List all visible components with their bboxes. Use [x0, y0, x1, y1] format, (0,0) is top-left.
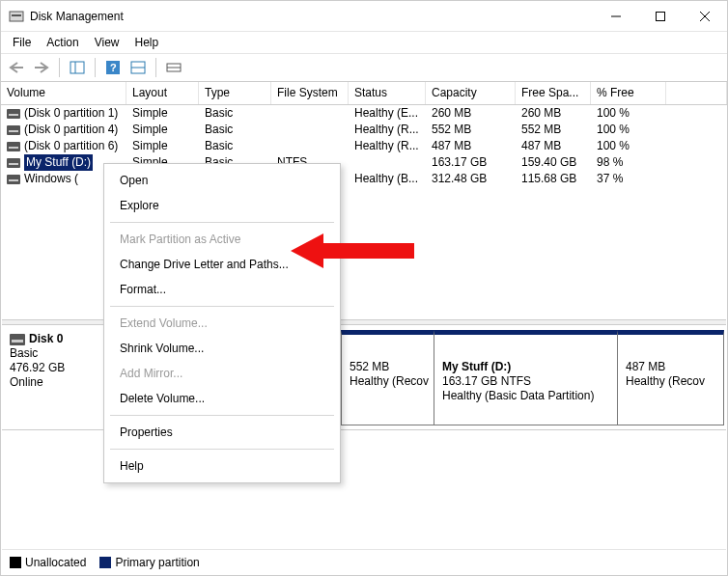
drive-icon [7, 158, 20, 168]
context-menu-properties[interactable]: Properties [106, 420, 338, 445]
drive-icon [7, 109, 20, 119]
context-menu-separator [110, 222, 334, 223]
volume-grid-header: Volume Layout Type File System Status Ca… [1, 82, 727, 105]
cell-free: 159.40 GB [516, 154, 591, 171]
toolbar-separator [59, 58, 60, 77]
volume-name: My Stuff (D:) [24, 154, 93, 171]
forward-button[interactable] [30, 56, 53, 79]
maximize-button[interactable] [638, 1, 683, 32]
cell-type: Basic [199, 105, 271, 122]
cell-fs [271, 122, 349, 138]
disk-icon [10, 334, 25, 345]
cell-capacity: 312.48 GB [426, 171, 516, 187]
context-menu-delete-volume[interactable]: Delete Volume... [106, 386, 338, 411]
volume-name: (Disk 0 partition 6) [24, 138, 118, 154]
volume-name: (Disk 0 partition 4) [24, 122, 118, 138]
context-menu-format[interactable]: Format... [106, 277, 338, 302]
drive-icon [7, 175, 20, 184]
column-header-file-system[interactable]: File System [271, 82, 349, 104]
cell-pct: 100 % [591, 105, 666, 122]
app-icon [9, 9, 24, 24]
cell-status: Healthy (E... [349, 105, 426, 122]
partition-line1: 487 MB [626, 360, 715, 374]
context-menu-shrink-volume[interactable]: Shrink Volume... [106, 336, 338, 361]
toolbar-separator [95, 58, 96, 77]
volume-row[interactable]: (Disk 0 partition 1) Simple Basic Health… [1, 105, 727, 122]
cell-pct: 98 % [591, 154, 666, 171]
swatch-primary [99, 557, 111, 568]
drive-icon [7, 125, 20, 135]
partition-line1: 163.17 GB NTFS [442, 374, 609, 389]
context-menu-extend-volume: Extend Volume... [106, 311, 338, 336]
close-button[interactable] [683, 1, 727, 32]
window-title: Disk Management [30, 10, 124, 23]
cell-type: Basic [199, 122, 271, 138]
context-menu-open[interactable]: Open [106, 168, 338, 193]
context-menu-mark-active: Mark Partition as Active [106, 227, 338, 252]
context-menu-help[interactable]: Help [106, 453, 338, 479]
context-menu-separator [110, 306, 334, 307]
svg-rect-1 [12, 14, 21, 16]
cell-layout: Simple [126, 122, 199, 138]
title-bar: Disk Management [1, 1, 727, 32]
partition-line2: Healthy (Recov [350, 374, 426, 389]
partition-line2: Healthy (Basic Data Partition) [442, 389, 609, 403]
context-menu-add-mirror: Add Mirror... [106, 361, 338, 386]
column-header-free-space[interactable]: Free Spa... [516, 82, 591, 104]
toolbar-separator [155, 58, 156, 77]
column-header-type[interactable]: Type [199, 82, 271, 104]
cell-free: 487 MB [516, 138, 591, 154]
legend-primary: Primary partition [99, 556, 199, 569]
context-menu-explore[interactable]: Explore [106, 193, 338, 218]
column-header-status[interactable]: Status [349, 82, 426, 104]
cell-status [349, 154, 426, 171]
partition-title: My Stuff (D:) [442, 360, 511, 373]
help-button[interactable]: ? [101, 56, 125, 79]
legend-bar: Unallocated Primary partition [2, 549, 726, 574]
partition-block[interactable]: 487 MB Healthy (Recov [618, 330, 724, 425]
disk-size: 476.92 GB [10, 361, 101, 375]
drive-icon [7, 142, 20, 151]
toolbar: ? [1, 53, 727, 82]
disk-type: Basic [10, 346, 101, 361]
minimize-button[interactable] [594, 1, 638, 32]
cell-free: 115.68 GB [516, 171, 591, 187]
column-header-capacity[interactable]: Capacity [426, 82, 516, 104]
menu-action[interactable]: Action [39, 34, 86, 51]
column-header-pct-free[interactable]: % Free [591, 82, 666, 104]
disk-info[interactable]: Disk 0 Basic 476.92 GB Online [2, 326, 110, 429]
disk-name: Disk 0 [29, 332, 63, 345]
column-header-volume[interactable]: Volume [1, 82, 126, 104]
show-hide-tree-button[interactable] [66, 56, 89, 79]
swatch-unallocated [10, 557, 21, 568]
settings-button[interactable] [162, 56, 185, 79]
column-header-tail [666, 82, 727, 104]
context-menu-separator [110, 415, 334, 416]
context-menu-separator [110, 449, 334, 450]
cell-type: Basic [199, 138, 271, 154]
legend-unallocated: Unallocated [10, 556, 86, 569]
volume-row[interactable]: (Disk 0 partition 6) Simple Basic Health… [1, 138, 727, 154]
cell-capacity: 487 MB [426, 138, 516, 154]
context-menu-change-drive-letter[interactable]: Change Drive Letter and Paths... [106, 252, 338, 277]
cell-pct: 100 % [591, 122, 666, 138]
cell-free: 552 MB [516, 122, 591, 138]
cell-capacity: 260 MB [426, 105, 516, 122]
layout-button[interactable] [126, 56, 150, 79]
cell-status: Healthy (R... [349, 122, 426, 138]
menu-file[interactable]: File [5, 34, 39, 51]
cell-layout: Simple [126, 138, 199, 154]
svg-text:?: ? [110, 62, 117, 73]
cell-pct: 37 % [591, 171, 666, 187]
cell-capacity: 163.17 GB [426, 154, 516, 171]
partition-block[interactable]: 552 MB Healthy (Recov [342, 330, 434, 425]
partition-block[interactable]: My Stuff (D:) 163.17 GB NTFS Healthy (Ba… [434, 330, 618, 425]
menu-view[interactable]: View [87, 34, 127, 51]
column-header-layout[interactable]: Layout [126, 82, 199, 104]
menu-help[interactable]: Help [127, 34, 167, 51]
volume-row[interactable]: (Disk 0 partition 4) Simple Basic Health… [1, 122, 727, 138]
context-menu: Open Explore Mark Partition as Active Ch… [103, 163, 341, 483]
disk-state: Online [10, 375, 101, 390]
back-button[interactable] [5, 56, 28, 79]
svg-rect-3 [657, 12, 665, 20]
